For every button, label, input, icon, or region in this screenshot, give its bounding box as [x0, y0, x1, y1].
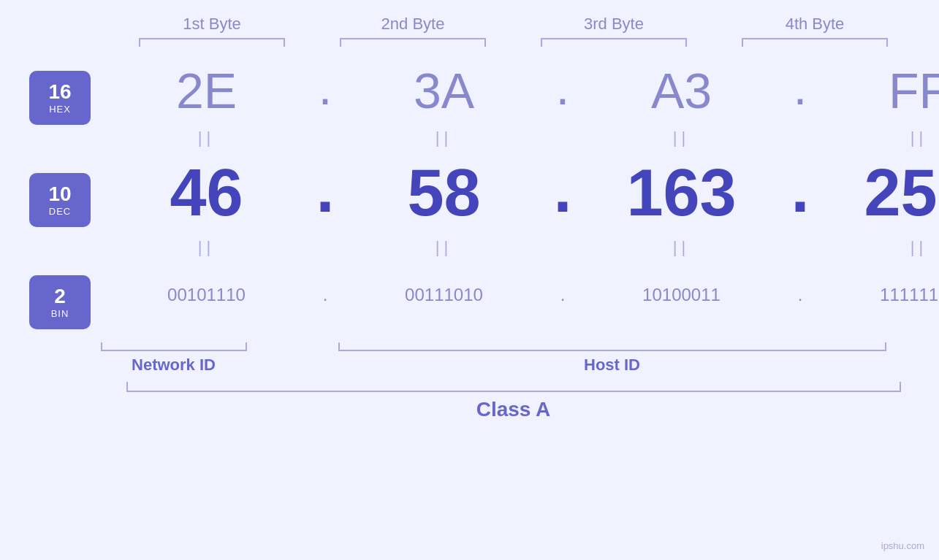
network-bracket-wrapper — [73, 342, 274, 351]
hex-badge-row: 16 HEX — [29, 61, 91, 134]
top-bracket-3 — [514, 38, 715, 47]
dot-dec-1-row: . — [307, 149, 343, 237]
eq-icon-4a: || — [818, 129, 939, 147]
dot-dec-2-row: . — [544, 149, 581, 237]
eq-2-dec-bin: || — [343, 237, 544, 258]
bin-val-4: 11111111 — [846, 285, 940, 305]
host-id-label: Host ID — [311, 356, 913, 375]
badges-column: 16 HEX 10 DEC 2 BIN — [29, 61, 91, 339]
hex-base-num: 16 — [48, 81, 71, 104]
hex-val-2: 3A — [371, 62, 517, 119]
eq-4-dec-bin: || — [818, 237, 939, 258]
byte-column-3: A3 || 163 || 10100011 — [581, 54, 782, 331]
bin-val-1-row: 00101110 — [134, 258, 280, 331]
bracket-top-1 — [139, 38, 285, 47]
hex-val-2-row: 3A — [371, 54, 517, 127]
bin-val-1: 00101110 — [134, 285, 280, 305]
hex-badge: 16 HEX — [29, 71, 91, 125]
dot-col-2: . . . — [544, 54, 581, 331]
hex-val-3-row: A3 — [609, 54, 755, 127]
dec-base-num: 10 — [48, 183, 71, 206]
eq-icon-1a: || — [106, 129, 307, 147]
eq-icon-4b: || — [818, 238, 939, 257]
data-columns: 2E || 46 || 00101110 . — [106, 54, 910, 331]
byte-header-2: 2nd Byte — [313, 15, 514, 38]
dot-bin-1-row: . — [307, 258, 343, 331]
bottom-section: Network ID Host ID — [73, 342, 939, 375]
gap-1 — [274, 342, 311, 351]
dot-eq-1a — [307, 127, 343, 149]
gap-2 — [274, 356, 311, 375]
bracket-top-2 — [340, 38, 486, 47]
dot-dec-2: . — [544, 152, 581, 227]
main-grid: 16 HEX 10 DEC 2 BIN — [29, 54, 910, 339]
bracket-top-4 — [742, 38, 888, 47]
network-id-label: Network ID — [73, 356, 274, 375]
dec-val-3-row: 163 — [609, 149, 755, 237]
byte-column-1: 2E || 46 || 00101110 — [106, 54, 307, 331]
byte-headers-row: 1st Byte 2nd Byte 3rd Byte 4th Byte — [73, 15, 939, 38]
bin-val-4-row: 11111111 — [846, 258, 940, 331]
network-bracket — [101, 342, 247, 351]
eq-icon-2b: || — [343, 238, 544, 257]
bin-val-2: 00111010 — [371, 285, 517, 305]
dec-val-4: 255 — [846, 156, 940, 231]
dec-val-2: 58 — [371, 156, 517, 231]
main-container: 1st Byte 2nd Byte 3rd Byte 4th Byte 16 — [0, 0, 939, 560]
dot-col-3: . . . — [782, 54, 818, 331]
eq-row-2 — [29, 244, 91, 266]
hex-val-1-row: 2E — [134, 54, 280, 127]
dec-val-4-row: 255 — [846, 149, 940, 237]
dec-val-1-row: 46 — [134, 149, 280, 237]
hex-val-3: A3 — [609, 62, 755, 119]
bin-badge-row: 2 BIN — [29, 266, 91, 339]
byte-column-4: FF || 255 || 11111111 — [818, 54, 939, 331]
hex-val-1: 2E — [134, 62, 280, 119]
eq-1-hex-dec: || — [106, 127, 307, 149]
eq-icon-2a: || — [343, 129, 544, 147]
hex-val-4-row: FF — [846, 54, 940, 127]
dec-val-2-row: 58 — [371, 149, 517, 237]
class-bracket — [126, 382, 901, 392]
dec-val-1: 46 — [134, 156, 280, 231]
eq-icon-1b: || — [106, 238, 307, 257]
hex-val-4: FF — [846, 62, 940, 119]
dot-hex-3-row: . — [782, 54, 818, 127]
bottom-brackets — [73, 342, 939, 351]
byte-header-4: 4th Byte — [715, 15, 916, 38]
eq-3-dec-bin: || — [581, 237, 782, 258]
dot-bin-3-row: . — [782, 258, 818, 331]
bin-val-3-row: 10100011 — [609, 258, 755, 331]
eq-3-hex-dec: || — [581, 127, 782, 149]
eq-icon-3a: || — [581, 129, 782, 147]
hex-base-label: HEX — [49, 104, 71, 115]
class-bracket-wrapper: Class A — [112, 382, 916, 421]
dec-badge-row: 10 DEC — [29, 156, 91, 244]
top-bracket-4 — [715, 38, 916, 47]
label-column: 16 HEX 10 DEC 2 BIN — [29, 54, 106, 339]
byte-column-2: 3A || 58 || 00111010 — [343, 54, 544, 331]
dec-badge: 10 DEC — [29, 173, 91, 227]
top-bracket-1 — [112, 38, 313, 47]
dot-eq-1b — [307, 237, 343, 258]
dot-eq-3a — [782, 127, 818, 149]
dot-bin-2-row: . — [544, 258, 581, 331]
dot-dec-1: . — [307, 152, 343, 227]
class-label: Class A — [476, 398, 551, 421]
eq-4-hex-dec: || — [818, 127, 939, 149]
dec-base-label: DEC — [49, 206, 71, 217]
id-labels: Network ID Host ID — [73, 356, 939, 375]
dot-hex-2-row: . — [544, 54, 581, 127]
dot-bin-1: . — [307, 285, 343, 305]
eq-row-1 — [29, 134, 91, 156]
dot-hex-1-row: . — [307, 54, 343, 127]
bin-base-num: 2 — [54, 285, 66, 308]
dot-bin-3: . — [782, 285, 818, 305]
dec-val-3: 163 — [609, 156, 755, 231]
eq-icon-3b: || — [581, 238, 782, 257]
dot-eq-3b — [782, 237, 818, 258]
dot-hex-2: . — [544, 58, 581, 115]
eq-1-dec-bin: || — [106, 237, 307, 258]
top-bracket-2 — [313, 38, 514, 47]
watermark: ipshu.com — [881, 540, 924, 551]
